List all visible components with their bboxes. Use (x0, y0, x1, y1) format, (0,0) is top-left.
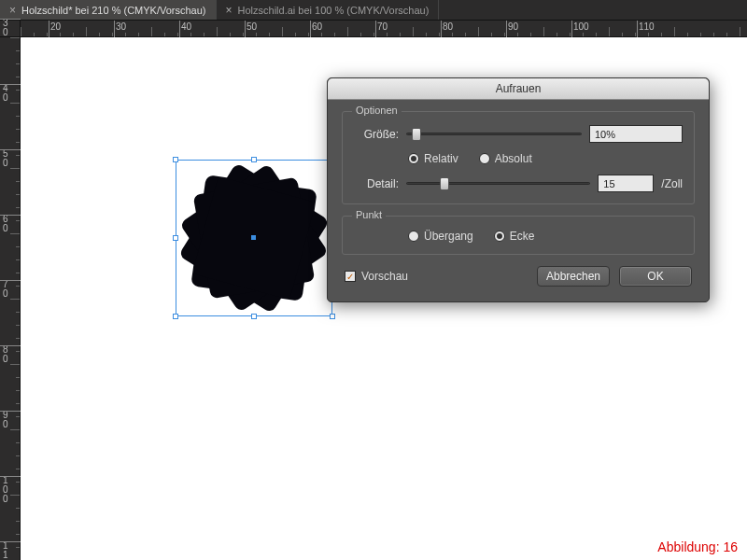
size-slider[interactable] (406, 127, 582, 142)
radio-icon (408, 153, 419, 164)
resize-handle-bl[interactable] (173, 314, 178, 319)
size-label: Größe: (354, 128, 399, 141)
tabbar-empty (439, 0, 747, 20)
detail-label: Detail: (354, 177, 399, 190)
resize-handle-br[interactable] (330, 314, 335, 319)
radio-relative[interactable]: Relativ (408, 152, 458, 165)
group-point: Punkt Übergang Ecke (342, 216, 695, 255)
dialog-roughen: Aufrauen Optionen Größe: 10% Relativ (327, 77, 710, 302)
size-input[interactable]: 10% (589, 125, 683, 143)
tab-document-1[interactable]: × Holzschild* bei 210 % (CMYK/Vorschau) (0, 0, 217, 20)
cancel-button[interactable]: Abbrechen (537, 266, 610, 287)
detail-slider[interactable] (406, 176, 590, 191)
resize-handle-ml[interactable] (173, 235, 178, 241)
radio-absolute[interactable]: Absolut (479, 152, 532, 165)
app-window: × Holzschild* bei 210 % (CMYK/Vorschau) … (0, 0, 747, 560)
radio-label: Absolut (495, 152, 532, 165)
close-icon[interactable]: × (9, 4, 16, 17)
tab-document-2[interactable]: × Holzschild.ai bei 100 % (CMYK/Vorschau… (217, 0, 440, 20)
dialog-title[interactable]: Aufrauen (328, 78, 709, 100)
radio-icon (408, 231, 419, 242)
radio-label: Ecke (510, 230, 535, 243)
resize-handle-tl[interactable] (173, 157, 178, 162)
checkbox-preview[interactable]: ✓ Vorschau (345, 270, 408, 283)
ok-button[interactable]: OK (619, 266, 692, 287)
close-icon[interactable]: × (226, 4, 233, 17)
tab-label: Holzschild.ai bei 100 % (CMYK/Vorschau) (238, 5, 430, 16)
radio-transition[interactable]: Übergang (408, 230, 473, 243)
selected-object[interactable] (179, 163, 329, 313)
detail-unit: /Zoll (661, 177, 683, 190)
resize-handle-tm[interactable] (251, 157, 257, 162)
tab-label: Holzschild* bei 210 % (CMYK/Vorschau) (21, 5, 205, 16)
radio-label: Übergang (424, 230, 473, 243)
resize-handle-bm[interactable] (251, 314, 257, 319)
document-tabs: × Holzschild* bei 210 % (CMYK/Vorschau) … (0, 0, 747, 21)
radio-icon (479, 153, 490, 164)
radio-corner[interactable]: Ecke (494, 230, 535, 243)
ruler-horizontal[interactable]: 102030405060708090100110 (21, 21, 747, 37)
detail-input[interactable]: 15 (598, 175, 654, 192)
group-options-label: Optionen (352, 105, 402, 116)
group-options: Optionen Größe: 10% Relativ (342, 111, 695, 204)
selection-bounding-box[interactable] (176, 160, 332, 316)
group-point-label: Punkt (352, 209, 386, 220)
ruler-vertical[interactable]: 30405060708090100110 (0, 37, 21, 560)
checkbox-label: Vorschau (361, 270, 408, 283)
checkbox-icon: ✓ (345, 271, 356, 282)
radio-label: Relativ (424, 152, 458, 165)
radio-icon (494, 231, 505, 242)
figure-caption: Abbildung: 16 (657, 539, 738, 554)
selection-center-point[interactable] (251, 235, 256, 240)
